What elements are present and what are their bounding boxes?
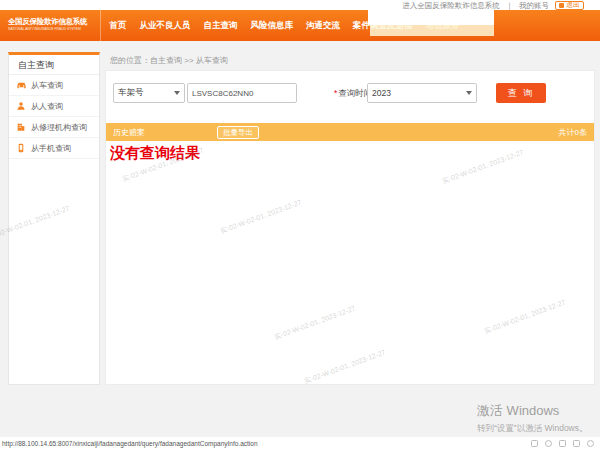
total-count: 共计0条 [559,127,587,138]
search-form: 车架号 *查询时间： 2023 查 询 [106,83,594,103]
welcome-text: 进入全国反保险欺诈信息系统 [402,1,500,10]
logout-button[interactable]: 退出 [555,1,584,10]
logout-label: 退出 [566,0,580,10]
nav-communication[interactable]: 沟通交流 [300,20,347,32]
page: 进入全国反保险欺诈信息系统 ｜ 我的账号 退出 全国反保险欺诈信息系统 NATI… [0,0,600,450]
chevron-down-icon [466,91,472,95]
activation-title: 激活 Windows [477,402,588,420]
batch-export-button[interactable]: 批量导出 [217,126,259,139]
vin-input[interactable] [187,83,297,103]
query-time-value: 2023 [372,88,391,98]
required-asterisk: * [334,88,337,98]
sidebar-item-query-by-phone[interactable]: 从手机查询 [9,138,99,159]
status-sync-icon[interactable] [573,440,580,447]
status-device-icon[interactable] [559,440,566,447]
car-icon [16,80,27,91]
sidebar-item-label: 从人查询 [31,101,63,112]
windows-activation-notice: 激活 Windows 转到“设置”以激活 Windows。 [477,402,588,435]
header: 全国反保险欺诈信息系统 NATIONAL ANTI INSURANCE FRAU… [0,10,600,41]
person-icon [16,101,27,112]
my-account-link[interactable]: 我的账号 [519,1,549,10]
sidebar-item-label: 从修理机构查询 [31,122,87,133]
result-header-bar: 历史赔案 批量导出 共计0条 [106,123,594,141]
logout-icon [559,3,564,8]
query-time-select[interactable]: 2023 [367,83,477,103]
sidebar-title: 自主查询 [9,55,99,75]
logo: 全国反保险欺诈信息系统 NATIONAL ANTI INSURANCE FRAU… [0,17,96,34]
status-info-icon[interactable] [587,440,594,447]
nav-risk-library[interactable]: 风险信息库 [244,20,300,32]
chevron-down-icon [174,91,180,95]
topbar: 进入全国反保险欺诈信息系统 ｜ 我的账号 退出 [0,0,600,10]
logo-title: 全国反保险欺诈信息系统 [8,17,96,27]
sidebar-item-label: 从车查询 [31,80,63,91]
main-panel: 车架号 *查询时间： 2023 查 询 历史赔案 批量导出 共计0条 没有查询结… [105,70,595,385]
nav-bad-practitioners[interactable]: 从业不良人员 [133,20,197,32]
phone-icon [16,143,27,154]
result-bar-title: 历史赔案 [113,127,145,138]
status-gear-icon[interactable] [545,440,552,447]
query-type-value: 车架号 [118,87,144,99]
topbar-separator: ｜ [506,1,513,10]
sidebar-item-query-by-person[interactable]: 从人查询 [9,96,99,117]
nav-self-query[interactable]: 自主查询 [197,20,244,32]
breadcrumb: 您的位置：自主查询 >> 从车查询 [110,55,228,66]
query-type-select[interactable]: 车架号 [113,83,185,103]
sidebar-item-query-by-car[interactable]: 从车查询 [9,75,99,96]
sidebar-item-query-by-repair-org[interactable]: 从修理机构查询 [9,117,99,138]
status-bar: http://88.100.14.65:8007/xinxicaiji/fada… [0,437,600,450]
repair-shop-icon [16,122,27,133]
status-window-icon[interactable] [531,440,538,447]
nav-home[interactable]: 首页 [103,20,133,32]
sidebar-item-label: 从手机查询 [31,143,71,154]
status-url: http://88.100.14.65:8007/xinxicaiji/fada… [2,440,258,447]
redaction-patch-yellow [370,25,494,36]
search-button[interactable]: 查 询 [496,83,546,103]
redaction-patch-white [368,9,494,25]
logo-subtitle: NATIONAL ANTI INSURANCE FRAUD SYSTEM [8,27,50,30]
activation-subtitle: 转到“设置”以激活 Windows。 [477,423,588,435]
status-icons [531,440,594,447]
